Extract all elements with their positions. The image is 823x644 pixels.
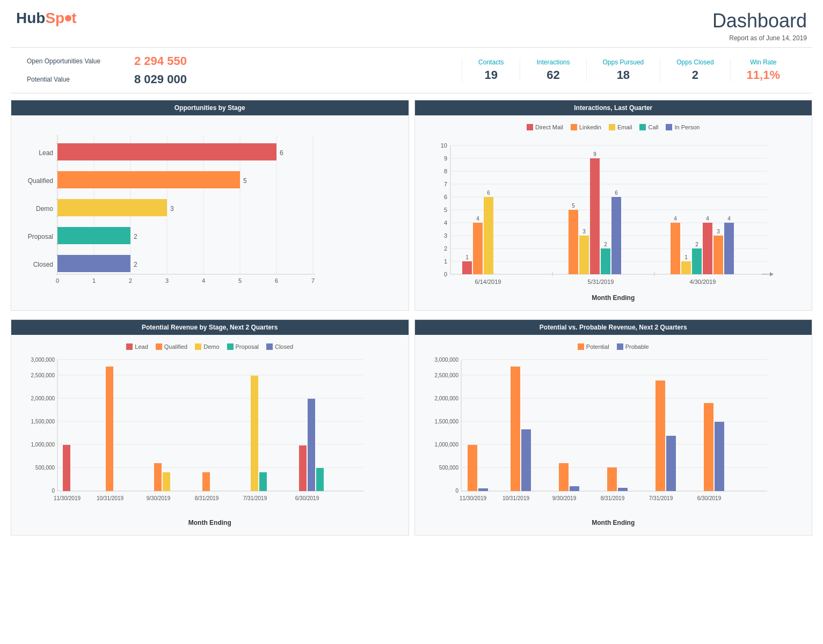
svg-text:5: 5 bbox=[238, 277, 242, 284]
svg-rect-149 bbox=[656, 380, 665, 491]
legend-in-person: In Person bbox=[666, 124, 700, 130]
svg-text:3: 3 bbox=[165, 277, 169, 284]
report-date: Report as of June 14, 2019 bbox=[712, 34, 807, 42]
bar-qualified bbox=[57, 171, 240, 188]
svg-text:2,500,000: 2,500,000 bbox=[434, 372, 458, 378]
svg-rect-116 bbox=[259, 472, 267, 491]
leg-lead-label: Lead bbox=[135, 343, 148, 350]
leg-demo-box bbox=[195, 343, 201, 350]
opps-closed-value: 2 bbox=[676, 68, 713, 82]
svg-rect-76 bbox=[611, 197, 621, 274]
opps-by-stage-title: Opportunities by Stage bbox=[11, 100, 409, 115]
header-right: Dashboard Report as of June 14, 2019 bbox=[712, 10, 807, 42]
leg-closed-label: Closed bbox=[275, 343, 293, 350]
bar-proposal bbox=[57, 227, 130, 244]
contacts-label: Contacts bbox=[478, 58, 504, 66]
svg-text:6: 6 bbox=[443, 194, 447, 200]
svg-text:500,000: 500,000 bbox=[439, 465, 458, 471]
svg-text:4: 4 bbox=[202, 277, 205, 284]
potential-by-stage-body: Lead Qualified Demo Proposal Closed 0 50… bbox=[11, 335, 409, 535]
svg-rect-146 bbox=[570, 486, 579, 491]
legend-call-label: Call bbox=[648, 124, 658, 130]
svg-text:2: 2 bbox=[604, 241, 607, 247]
leg-probable: Probable bbox=[617, 343, 649, 350]
leg-demo-label: Demo bbox=[203, 343, 219, 350]
svg-text:0: 0 bbox=[455, 488, 458, 494]
svg-text:7/31/2019: 7/31/2019 bbox=[243, 495, 267, 501]
svg-text:1,000,000: 1,000,000 bbox=[434, 442, 458, 448]
svg-rect-84 bbox=[692, 248, 702, 274]
opps-by-stage-chart: 0 1 2 3 4 5 6 7 Lead 6 bbox=[20, 124, 331, 296]
leg-qualified-label: Qualified bbox=[164, 343, 187, 350]
win-rate-label: Win Rate bbox=[747, 58, 780, 66]
svg-text:6: 6 bbox=[615, 190, 618, 196]
leg-lead-box bbox=[126, 343, 133, 350]
svg-text:5/31/2019: 5/31/2019 bbox=[587, 279, 614, 285]
logo: HubSpt bbox=[16, 10, 77, 27]
opps-by-stage-body: 0 1 2 3 4 5 6 7 Lead 6 bbox=[11, 115, 409, 306]
svg-rect-82 bbox=[681, 261, 691, 274]
interactions-axis-label: Month Ending bbox=[424, 294, 804, 302]
win-rate-value: 11,1% bbox=[747, 68, 780, 82]
svg-rect-142 bbox=[478, 488, 488, 491]
dashboard-title: Dashboard bbox=[712, 10, 807, 32]
interactions-legend: Direct Mail Linkedin Email Call In Perso… bbox=[424, 124, 804, 130]
bar-closed bbox=[57, 255, 130, 272]
svg-text:2: 2 bbox=[129, 277, 132, 284]
svg-text:3,000,000: 3,000,000 bbox=[31, 357, 55, 363]
leg-closed-box bbox=[266, 343, 273, 350]
svg-rect-119 bbox=[316, 468, 324, 491]
svg-text:3: 3 bbox=[170, 205, 174, 213]
svg-text:1: 1 bbox=[443, 258, 447, 265]
interactions-body: Direct Mail Linkedin Email Call In Perso… bbox=[415, 115, 812, 310]
svg-text:2: 2 bbox=[134, 261, 137, 268]
svg-text:Proposal: Proposal bbox=[28, 233, 53, 240]
logo-dot bbox=[65, 15, 71, 21]
svg-text:1: 1 bbox=[92, 277, 96, 284]
svg-text:2: 2 bbox=[695, 241, 698, 247]
potential-value: 8 029 000 bbox=[134, 72, 187, 86]
svg-text:4: 4 bbox=[476, 216, 479, 222]
leg-closed: Closed bbox=[266, 343, 293, 350]
svg-rect-144 bbox=[521, 429, 531, 491]
kpi-bar: Open Opportunities Value 2 294 550 Poten… bbox=[11, 47, 812, 93]
legend-call: Call bbox=[639, 124, 658, 130]
svg-text:8/31/2019: 8/31/2019 bbox=[600, 495, 624, 501]
leg-demo: Demo bbox=[195, 343, 219, 350]
svg-text:5: 5 bbox=[443, 207, 447, 213]
svg-text:5: 5 bbox=[243, 177, 247, 185]
svg-rect-148 bbox=[618, 488, 628, 491]
svg-rect-111 bbox=[106, 367, 113, 491]
svg-rect-143 bbox=[511, 367, 520, 491]
legend-direct-mail-box bbox=[527, 124, 533, 130]
svg-text:10/31/2019: 10/31/2019 bbox=[97, 495, 123, 501]
bottom-charts-row: Potential Revenue by Stage, Next 2 Quart… bbox=[11, 319, 812, 536]
svg-text:2,000,000: 2,000,000 bbox=[31, 396, 55, 401]
svg-rect-62 bbox=[473, 223, 483, 274]
svg-text:Closed: Closed bbox=[33, 261, 53, 268]
kpi-left: Open Opportunities Value 2 294 550 Poten… bbox=[27, 52, 462, 89]
potential-label: Potential Value bbox=[27, 76, 134, 83]
potential-by-stage-panel: Potential Revenue by Stage, Next 2 Quart… bbox=[11, 319, 409, 536]
potential-stage-axis-label: Month Ending bbox=[20, 519, 400, 526]
svg-text:7: 7 bbox=[311, 277, 315, 284]
svg-text:6/30/2019: 6/30/2019 bbox=[697, 495, 721, 501]
potential-vs-probable-body: Potential Probable 0 500,000 1,000,000 1… bbox=[415, 335, 812, 535]
svg-text:6: 6 bbox=[280, 149, 283, 157]
svg-text:4: 4 bbox=[443, 219, 447, 226]
svg-text:9/30/2019: 9/30/2019 bbox=[147, 495, 171, 501]
leg-proposal-box bbox=[227, 343, 234, 350]
contacts-value: 19 bbox=[478, 68, 504, 82]
svg-text:500,000: 500,000 bbox=[35, 465, 55, 471]
kpi-interactions: Interactions 62 bbox=[520, 58, 586, 82]
svg-text:4: 4 bbox=[727, 216, 731, 222]
svg-rect-152 bbox=[715, 422, 724, 491]
svg-text:1,500,000: 1,500,000 bbox=[434, 419, 458, 425]
top-charts-row: Opportunities by Stage 0 1 2 3 4 5 6 7 bbox=[11, 100, 812, 311]
svg-text:2,500,000: 2,500,000 bbox=[31, 372, 55, 378]
svg-rect-90 bbox=[724, 223, 734, 274]
bar-lead bbox=[57, 143, 276, 160]
svg-text:5: 5 bbox=[572, 203, 575, 209]
logo-t-text: t bbox=[71, 10, 76, 27]
svg-text:3: 3 bbox=[717, 229, 720, 235]
